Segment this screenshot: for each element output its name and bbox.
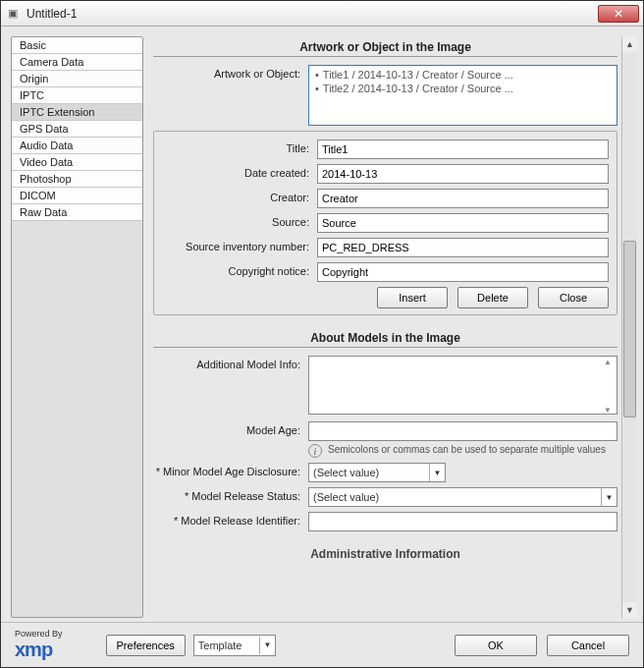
- minor-age-label: * Minor Model Age Disclosure:: [153, 463, 308, 477]
- textarea-scroll-arrows: ▲▼: [604, 358, 616, 415]
- release-status-value: (Select value): [313, 491, 601, 503]
- artwork-subform: Title: Date created: Creator:: [153, 131, 617, 315]
- artwork-list-item[interactable]: •Title2 / 2014-10-13 / Creator / Source …: [313, 82, 613, 95]
- sidebar-item-raw-data[interactable]: Raw Data: [12, 204, 142, 221]
- artwork-list-item[interactable]: •Title1 / 2014-10-13 / Creator / Source …: [313, 68, 613, 82]
- insert-button[interactable]: Insert: [377, 287, 448, 308]
- date-created-label: Date created:: [162, 164, 317, 179]
- minor-age-value: (Select value): [313, 467, 429, 478]
- section-admin: Administrative Information: [153, 543, 617, 563]
- date-created-input[interactable]: [317, 164, 609, 184]
- additional-model-info-label: Additional Model Info:: [153, 356, 308, 370]
- window-close-button[interactable]: ✕: [598, 5, 639, 23]
- copyright-input[interactable]: [317, 262, 609, 282]
- inventory-input[interactable]: [317, 238, 609, 257]
- cancel-button[interactable]: Cancel: [547, 635, 629, 656]
- info-icon: i: [308, 444, 322, 458]
- chevron-down-icon: ▼: [259, 637, 275, 654]
- sidebar-item-iptc[interactable]: IPTC: [12, 87, 142, 104]
- sidebar-item-audio-data[interactable]: Audio Data: [12, 138, 142, 154]
- release-id-input[interactable]: [308, 512, 617, 531]
- source-label: Source:: [162, 213, 317, 228]
- scroll-area: Artwork or Object in the Image Artwork o…: [153, 36, 621, 618]
- titlebar: ▣ Untitled-1 ✕: [1, 1, 643, 27]
- section-models: About Models in the Image Additional Mod…: [153, 327, 617, 531]
- close-icon: ✕: [614, 7, 623, 21]
- preferences-button[interactable]: Preferences: [106, 635, 186, 656]
- xmp-logo: xmp: [15, 639, 67, 661]
- section-artwork-title: Artwork or Object in the Image: [153, 36, 617, 57]
- creator-label: Creator:: [162, 189, 317, 203]
- sidebar-item-gps-data[interactable]: GPS Data: [12, 121, 142, 138]
- category-sidebar: BasicCamera DataOriginIPTCIPTC Extension…: [11, 36, 143, 618]
- sidebar-item-camera-data[interactable]: Camera Data: [12, 54, 142, 71]
- template-dropdown[interactable]: Template ▼: [193, 635, 276, 656]
- source-input[interactable]: [317, 213, 609, 233]
- scroll-down-icon[interactable]: ▼: [622, 602, 637, 618]
- dialog-body: BasicCamera DataOriginIPTCIPTC Extension…: [1, 27, 643, 667]
- vertical-scrollbar[interactable]: ▲ ▼: [621, 36, 637, 618]
- artwork-object-list[interactable]: •Title1 / 2014-10-13 / Creator / Source …: [308, 65, 617, 126]
- release-status-label: * Model Release Status:: [153, 487, 308, 502]
- chevron-down-icon: ▼: [429, 464, 445, 481]
- window-title: Untitled-1: [27, 7, 598, 21]
- additional-model-info-input[interactable]: [308, 356, 617, 415]
- copyright-label: Copyright notice:: [162, 262, 317, 277]
- section-artwork: Artwork or Object in the Image Artwork o…: [153, 36, 617, 315]
- section-admin-title: Administrative Information: [153, 543, 617, 563]
- metadata-dialog: ▣ Untitled-1 ✕ BasicCamera DataOriginIPT…: [0, 0, 644, 668]
- title-input[interactable]: [317, 139, 609, 159]
- powered-by-label: Powered By: [15, 630, 63, 639]
- scroll-up-icon[interactable]: ▲: [622, 36, 637, 52]
- sidebar-item-photoshop[interactable]: Photoshop: [12, 171, 142, 188]
- release-id-label: * Model Release Identifier:: [153, 512, 308, 527]
- sidebar-item-origin[interactable]: Origin: [12, 71, 142, 87]
- sidebar-item-basic[interactable]: Basic: [12, 37, 142, 54]
- delete-button[interactable]: Delete: [457, 287, 528, 308]
- scroll-thumb[interactable]: [623, 241, 636, 418]
- content-area: Artwork or Object in the Image Artwork o…: [153, 36, 637, 618]
- model-age-label: Model Age:: [153, 421, 308, 436]
- artwork-list-label: Artwork or Object:: [153, 65, 308, 80]
- title-label: Title:: [162, 139, 317, 154]
- ok-button[interactable]: OK: [455, 635, 537, 656]
- app-icon: ▣: [5, 6, 21, 22]
- release-status-select[interactable]: (Select value) ▼: [308, 487, 617, 507]
- sidebar-item-iptc-extension[interactable]: IPTC Extension: [12, 104, 142, 121]
- section-models-title: About Models in the Image: [153, 327, 617, 348]
- minor-age-select[interactable]: (Select value) ▼: [308, 463, 446, 482]
- dialog-footer: Powered By xmp Preferences Template ▼ OK…: [1, 622, 643, 667]
- inventory-label: Source inventory number:: [162, 238, 317, 252]
- chevron-down-icon: ▼: [601, 488, 617, 506]
- sidebar-item-dicom[interactable]: DICOM: [12, 188, 142, 204]
- close-subform-button[interactable]: Close: [538, 287, 609, 308]
- model-age-input[interactable]: [308, 421, 617, 441]
- sidebar-item-video-data[interactable]: Video Data: [12, 154, 142, 171]
- model-age-hint: Semicolons or commas can be used to sepa…: [328, 444, 606, 455]
- creator-input[interactable]: [317, 189, 609, 208]
- template-label: Template: [198, 640, 259, 651]
- main-area: BasicCamera DataOriginIPTCIPTC Extension…: [1, 27, 643, 622]
